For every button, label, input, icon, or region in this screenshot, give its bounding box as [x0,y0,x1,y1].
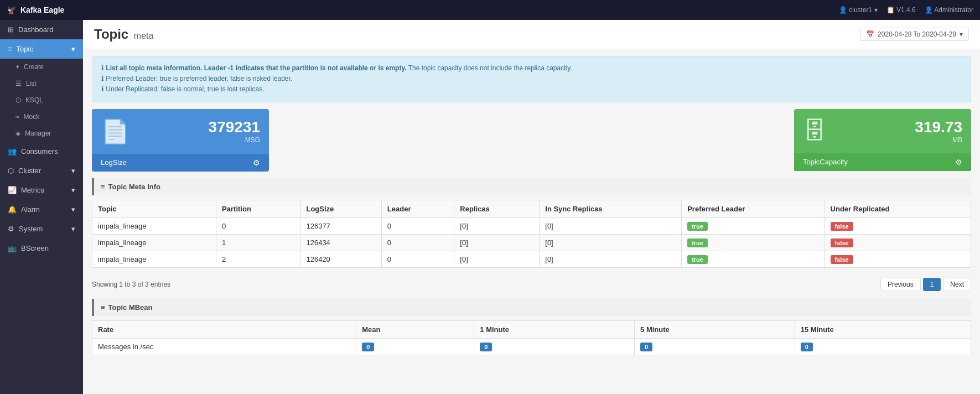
cluster-selector[interactable]: 👤 cluster1 ▾ [839,6,878,14]
sidebar-item-dashboard[interactable]: ⊞ Dashboard [0,20,83,39]
col-preferred: Preferred Leader [682,200,825,217]
col-replicas: Replicas [454,200,540,217]
date-range-picker[interactable]: 📅 2020-04-28 To 2020-04-28 ▾ [860,28,969,41]
mbean-section-icon: ≡ [101,303,105,312]
cell-under: false [825,251,971,267]
cell-replicas: [0] [454,251,540,267]
topic-mbean-table: Rate Mean 1 Minute 5 Minute 15 Minute Me… [92,320,971,355]
chevron-right-icon: ▾ [71,167,75,175]
mbean-col-15min: 15 Minute [795,320,971,338]
brand: 🦅 Kafka Eagle [7,6,64,14]
sidebar-item-cluster[interactable]: ⬡ Cluster ▾ [0,161,83,180]
version-badge: 📋 V1.4.6 [886,6,916,14]
col-partition: Partition [216,200,300,217]
logsize-card-footer[interactable]: LogSize ⚙ [92,154,269,172]
sidebar-item-list[interactable]: ☰ List [0,75,83,92]
mbean-col-5min: 5 Minute [635,320,795,338]
caret-icon: ▾ [960,30,963,38]
ksql-icon: ⬡ [15,96,21,104]
sidebar-item-alarm[interactable]: 🔔 Alarm ▾ [0,200,83,219]
info-icon2: ℹ [101,75,104,82]
stat-cards: 📄 379231 MSG LogSize ⚙ 🗄 319.73 [83,109,980,172]
sidebar-item-mock[interactable]: ≈ Mock [0,108,83,125]
consumers-icon: 👥 [8,147,17,155]
system-icon: ⚙ [8,225,14,233]
table-row: Messages in /sec 0 0 0 0 [92,338,971,355]
info-line2: ℹ Preferred Leader: true is preferred le… [101,74,962,84]
gear-icon-logsize: ⚙ [253,158,260,167]
pagination-controls: Previous 1 Next [880,278,971,291]
info-icon1: ℹ [101,64,104,72]
cell-1min: 0 [474,338,635,355]
cell-insync: [0] [540,234,682,251]
mbean-col-1min: 1 Minute [474,320,635,338]
cell-topic: impala_lineage [92,217,216,234]
mbean-col-mean: Mean [356,320,474,338]
sidebar: ⊞ Dashboard ≡ Topic ▾ + Create ☰ List ⬡ … [0,20,83,394]
topic-icon: ≡ [8,45,12,53]
page-title: Topic meta [94,27,153,42]
topic-mbean-table-container: Rate Mean 1 Minute 5 Minute 15 Minute Me… [92,320,971,355]
cell-preferred: true [682,217,825,234]
kafka-eagle-logo: 🦅 [7,6,16,14]
sidebar-item-consumers[interactable]: 👥 Consumers [0,142,83,161]
gear-icon-topiccapacity: ⚙ [955,158,962,167]
cell-5min: 0 [635,338,795,355]
next-button[interactable]: Next [943,278,971,291]
sidebar-item-manager[interactable]: ◈ Manager [0,125,83,142]
manager-icon: ◈ [15,129,20,137]
alarm-icon: 🔔 [8,205,17,214]
list-icon: ☰ [15,80,22,87]
sidebar-item-system[interactable]: ⚙ System ▾ [0,219,83,239]
sidebar-item-bscreen[interactable]: 📺 BScreen [0,239,83,258]
logsize-card-main: 📄 379231 MSG [92,109,269,154]
topic-meta-section-header: ≡ Topic Meta Info [92,178,971,195]
calendar-icon: 📅 [866,30,874,38]
cell-mean: 0 [356,338,474,355]
cell-logsize: 126434 [300,234,381,251]
sidebar-item-ksql[interactable]: ⬡ KSQL [0,92,83,108]
chevron-right-icon2: ▾ [71,186,75,194]
database-icon: 🗄 [803,118,826,144]
logsize-card: 📄 379231 MSG LogSize ⚙ [92,109,269,172]
showing-text: Showing 1 to 3 of 3 entries [92,281,170,288]
col-insync: In Sync Replicas [540,200,682,217]
cell-leader: 0 [381,251,454,267]
info-icon3: ℹ [101,85,104,93]
col-under: Under Replicated [825,200,971,217]
col-topic: Topic [92,200,216,217]
cluster-icon: ⬡ [8,167,14,175]
info-line1: ℹ List all topic meta information. Leade… [101,63,962,74]
page-1-button[interactable]: 1 [923,278,941,291]
info-box: ℹ List all topic meta information. Leade… [92,56,971,102]
chevron-right-icon3: ▾ [71,205,75,214]
pagination-row: Showing 1 to 3 of 3 entries Previous 1 N… [83,274,980,294]
sidebar-item-create[interactable]: + Create [0,59,83,75]
cell-topic: impala_lineage [92,251,216,267]
cell-partition: 1 [216,234,300,251]
mock-icon: ≈ [15,113,19,121]
mbean-col-rate: Rate [92,320,356,338]
previous-button[interactable]: Previous [880,278,921,291]
page-header: Topic meta 📅 2020-04-28 To 2020-04-28 ▾ [83,20,980,49]
topiccapacity-card-footer[interactable]: TopicCapacity ⚙ [794,153,971,171]
sidebar-item-metrics[interactable]: 📈 Metrics ▾ [0,180,83,200]
topbar-right: 👤 cluster1 ▾ 📋 V1.4.6 👤 Administrator [839,6,973,14]
cell-replicas: [0] [454,217,540,234]
cell-under: false [825,234,971,251]
cell-logsize: 126377 [300,217,381,234]
info-line3: ℹ Under Replicated: false is normal, tru… [101,84,962,95]
chevron-right-icon4: ▾ [71,225,75,233]
cell-under: false [825,217,971,234]
cell-leader: 0 [381,234,454,251]
sidebar-item-topic[interactable]: ≡ Topic ▾ [0,39,83,59]
cell-preferred: true [682,251,825,267]
table-row: impala_lineage 2 126420 0 [0] [0] true f… [92,251,971,267]
cell-preferred: true [682,234,825,251]
topic-meta-table: Topic Partition LogSize Leader Replicas … [92,200,971,268]
table-row: impala_lineage 1 126434 0 [0] [0] true f… [92,234,971,251]
user-menu[interactable]: 👤 Administrator [925,6,973,14]
cell-replicas: [0] [454,234,540,251]
metrics-icon: 📈 [8,186,17,194]
cell-insync: [0] [540,251,682,267]
